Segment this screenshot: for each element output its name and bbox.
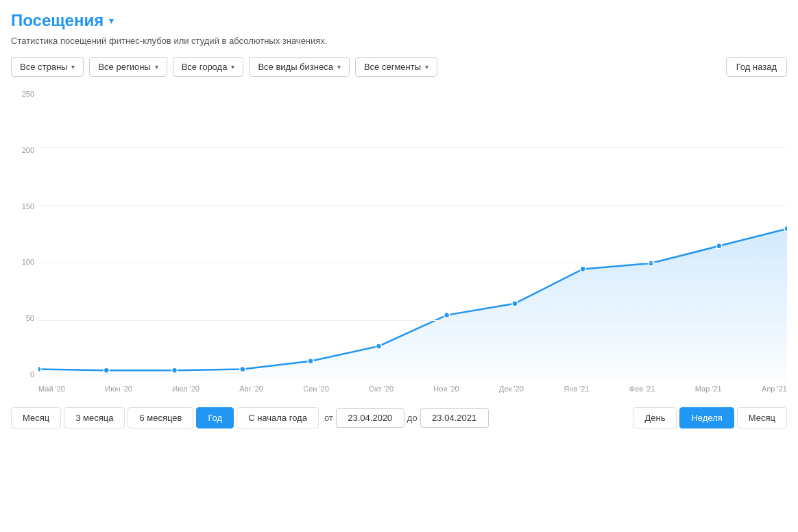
gran-btn-неделя[interactable]: Неделя [679, 407, 734, 428]
subtitle: Статистика посещений фитнес-клубов или с… [11, 36, 787, 46]
filter-business[interactable]: Все виды бизнеса ▾ [249, 57, 350, 77]
x-label: Янв '21 [564, 385, 589, 393]
data-point [716, 243, 722, 249]
x-label: Июл '20 [172, 385, 200, 393]
grid-line-150 [38, 205, 787, 206]
bottom-controls: Месяц3 месяца6 месяцевГодС начала года о… [11, 407, 787, 428]
title-dropdown-arrow[interactable]: ▾ [109, 15, 114, 26]
data-point [38, 367, 41, 372]
title-text: Посещения [11, 11, 104, 30]
x-label: Май '20 [38, 385, 65, 393]
x-label: Фев '21 [629, 385, 655, 393]
x-label: Июн '20 [105, 385, 132, 393]
year-back-button[interactable]: Год назад [726, 57, 787, 77]
x-label: Окт '20 [369, 385, 394, 393]
x-label: Авг '20 [239, 385, 263, 393]
x-label: Мар '21 [695, 385, 722, 393]
data-point [172, 367, 178, 373]
line-chart [38, 90, 787, 378]
page-title: Посещения ▾ [11, 11, 787, 30]
chart-area-fill [38, 229, 787, 378]
x-axis: Май '20Июн '20Июл '20Авг '20Сен '20Окт '… [38, 378, 787, 399]
y-label: 0 [11, 371, 38, 378]
y-label: 250 [11, 90, 38, 98]
filter-segments[interactable]: Все сегменты ▾ [355, 57, 437, 77]
data-point [512, 301, 518, 306]
from-label: от [324, 413, 333, 423]
filter-cities[interactable]: Все города ▾ [173, 57, 244, 77]
chart-wrapper: 050100150200250 Май '20Июн '20Июл '20Авг… [11, 90, 787, 399]
data-point [104, 367, 109, 373]
x-label: Апр '21 [762, 385, 787, 393]
grid-line-200 [38, 147, 787, 148]
data-point [308, 359, 313, 364]
filter-countries[interactable]: Все страны ▾ [11, 57, 84, 77]
to-label: до [407, 413, 418, 423]
y-label: 100 [11, 258, 38, 266]
data-point [648, 261, 653, 266]
date-range: от до [324, 408, 489, 428]
data-point [240, 367, 245, 372]
y-label: 50 [11, 315, 38, 322]
grid-line-50 [38, 320, 787, 321]
filters-bar: Все страны ▾Все регионы ▾Все города ▾Все… [11, 57, 787, 77]
y-label: 200 [11, 147, 38, 154]
chart-area [38, 90, 787, 378]
data-point [580, 266, 585, 271]
grid-line-100 [38, 263, 787, 263]
period-btn-год[interactable]: Год [196, 407, 234, 428]
data-point [444, 313, 450, 318]
data-point [784, 226, 787, 232]
period-btn-месяц[interactable]: Месяц [11, 407, 61, 428]
y-axis: 050100150200250 [11, 90, 38, 378]
x-label: Дек '20 [499, 385, 524, 393]
x-label: Ноя '20 [433, 385, 459, 393]
period-btn-6-месяцев[interactable]: 6 месяцев [128, 407, 193, 428]
filter-regions[interactable]: Все регионы ▾ [89, 57, 167, 77]
to-date-input[interactable] [420, 408, 489, 428]
from-date-input[interactable] [336, 408, 404, 428]
data-point [376, 343, 381, 349]
gran-btn-месяц[interactable]: Месяц [737, 407, 787, 428]
period-btn-с-начала-года[interactable]: С начала года [237, 407, 319, 428]
granularity-buttons: ДеньНеделяМесяц [633, 407, 787, 428]
period-btn-3-месяца[interactable]: 3 месяца [64, 407, 125, 428]
x-label: Сен '20 [303, 385, 329, 393]
y-label: 150 [11, 203, 38, 210]
gran-btn-день[interactable]: День [633, 407, 677, 428]
